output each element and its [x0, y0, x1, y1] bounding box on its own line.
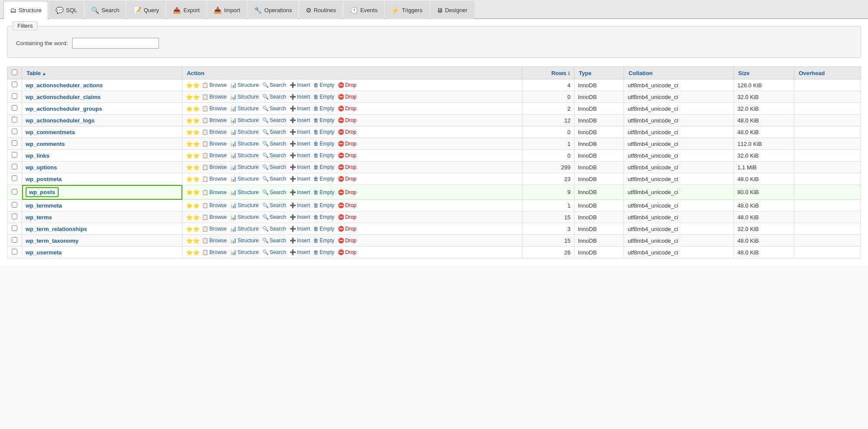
- row-browse-14[interactable]: Browse: [201, 249, 228, 256]
- row-star-1[interactable]: ⭐: [186, 94, 200, 100]
- tab-search[interactable]: 🔍Search: [85, 1, 126, 19]
- row-name-link-3[interactable]: wp_actionscheduler_logs: [26, 117, 95, 124]
- row-name-link-4[interactable]: wp_commentmeta: [26, 129, 75, 135]
- row-star-4[interactable]: ⭐: [186, 129, 200, 135]
- row-structure-6[interactable]: Structure: [229, 152, 260, 159]
- row-name-link-6[interactable]: wp_links: [26, 152, 50, 159]
- row-browse-9[interactable]: Browse: [201, 189, 228, 196]
- row-checkbox-2[interactable]: [12, 105, 17, 111]
- row-name-link-0[interactable]: wp_actionscheduler_actions: [26, 82, 103, 89]
- row-name-link-7[interactable]: wp_options: [26, 164, 57, 171]
- row-structure-10[interactable]: Structure: [229, 202, 260, 209]
- row-browse-12[interactable]: Browse: [201, 225, 228, 232]
- row-name-link-13[interactable]: wp_term_taxonomy: [26, 238, 79, 244]
- tab-import[interactable]: 📥Import: [207, 1, 247, 19]
- row-checkbox-7[interactable]: [12, 164, 17, 169]
- row-insert-7[interactable]: Insert: [288, 164, 311, 171]
- row-drop-3[interactable]: Drop: [337, 117, 358, 124]
- tab-operations[interactable]: 🔧Operations: [248, 1, 299, 19]
- row-empty-13[interactable]: Empty: [312, 237, 336, 244]
- row-browse-0[interactable]: Browse: [201, 82, 228, 89]
- row-empty-9[interactable]: Empty: [312, 189, 336, 196]
- row-search-2[interactable]: Search: [261, 105, 287, 112]
- row-drop-12[interactable]: Drop: [337, 225, 358, 232]
- row-insert-4[interactable]: Insert: [288, 129, 311, 135]
- row-insert-10[interactable]: Insert: [288, 202, 311, 209]
- row-insert-5[interactable]: Insert: [288, 140, 311, 147]
- row-empty-11[interactable]: Empty: [312, 214, 336, 221]
- row-browse-7[interactable]: Browse: [201, 164, 228, 171]
- row-drop-11[interactable]: Drop: [337, 214, 358, 221]
- row-checkbox-4[interactable]: [12, 129, 17, 134]
- row-checkbox-12[interactable]: [12, 225, 17, 231]
- row-star-0[interactable]: ⭐: [186, 82, 200, 89]
- row-drop-13[interactable]: Drop: [337, 237, 358, 244]
- row-search-3[interactable]: Search: [261, 117, 287, 124]
- row-drop-14[interactable]: Drop: [337, 249, 358, 256]
- row-search-13[interactable]: Search: [261, 237, 287, 244]
- row-empty-3[interactable]: Empty: [312, 117, 336, 124]
- row-search-5[interactable]: Search: [261, 140, 287, 147]
- row-insert-12[interactable]: Insert: [288, 225, 311, 232]
- row-search-10[interactable]: Search: [261, 202, 287, 209]
- row-browse-8[interactable]: Browse: [201, 175, 228, 182]
- row-empty-4[interactable]: Empty: [312, 129, 336, 135]
- row-search-0[interactable]: Search: [261, 82, 287, 89]
- row-star-12[interactable]: ⭐: [186, 226, 200, 232]
- row-name-link-9[interactable]: wp_posts: [26, 187, 59, 197]
- row-structure-4[interactable]: Structure: [229, 129, 260, 135]
- row-structure-2[interactable]: Structure: [229, 105, 260, 112]
- row-checkbox-14[interactable]: [12, 249, 17, 254]
- select-all-checkbox[interactable]: [12, 69, 17, 75]
- containing-input[interactable]: [72, 38, 159, 49]
- row-checkbox-11[interactable]: [12, 214, 17, 219]
- tab-routines[interactable]: ⚙Routines: [299, 1, 342, 19]
- row-empty-10[interactable]: Empty: [312, 202, 336, 209]
- row-insert-8[interactable]: Insert: [288, 175, 311, 182]
- row-structure-12[interactable]: Structure: [229, 225, 260, 232]
- row-browse-5[interactable]: Browse: [201, 140, 228, 147]
- row-star-13[interactable]: ⭐: [186, 238, 200, 244]
- row-drop-0[interactable]: Drop: [337, 82, 358, 89]
- row-insert-14[interactable]: Insert: [288, 249, 311, 256]
- row-star-5[interactable]: ⭐: [186, 141, 200, 147]
- row-name-link-5[interactable]: wp_comments: [26, 141, 65, 147]
- row-star-9[interactable]: ⭐: [186, 189, 200, 195]
- tab-structure[interactable]: 🗂Structure: [3, 1, 48, 19]
- tab-query[interactable]: 📝Query: [127, 1, 165, 19]
- row-checkbox-5[interactable]: [12, 140, 17, 146]
- row-browse-1[interactable]: Browse: [201, 93, 228, 100]
- row-name-link-12[interactable]: wp_term_relationships: [26, 226, 87, 232]
- row-empty-0[interactable]: Empty: [312, 82, 336, 89]
- row-empty-8[interactable]: Empty: [312, 175, 336, 182]
- row-drop-6[interactable]: Drop: [337, 152, 358, 159]
- row-search-14[interactable]: Search: [261, 249, 287, 256]
- row-star-8[interactable]: ⭐: [186, 176, 200, 182]
- row-name-link-1[interactable]: wp_actionscheduler_claims: [26, 94, 101, 100]
- row-star-10[interactable]: ⭐: [186, 202, 200, 209]
- row-empty-6[interactable]: Empty: [312, 152, 336, 159]
- row-browse-2[interactable]: Browse: [201, 105, 228, 112]
- row-drop-1[interactable]: Drop: [337, 93, 358, 100]
- row-name-link-2[interactable]: wp_actionscheduler_groups: [26, 106, 102, 112]
- row-star-11[interactable]: ⭐: [186, 214, 200, 221]
- row-insert-1[interactable]: Insert: [288, 93, 311, 100]
- row-checkbox-8[interactable]: [12, 175, 17, 181]
- row-search-6[interactable]: Search: [261, 152, 287, 159]
- tab-events[interactable]: 🕐Events: [343, 1, 384, 19]
- row-star-6[interactable]: ⭐: [186, 152, 200, 159]
- row-star-7[interactable]: ⭐: [186, 164, 200, 171]
- row-structure-5[interactable]: Structure: [229, 140, 260, 147]
- row-structure-1[interactable]: Structure: [229, 93, 260, 100]
- row-search-4[interactable]: Search: [261, 129, 287, 135]
- row-star-14[interactable]: ⭐: [186, 249, 200, 256]
- row-checkbox-9[interactable]: [12, 189, 17, 195]
- row-insert-2[interactable]: Insert: [288, 105, 311, 112]
- row-name-link-11[interactable]: wp_terms: [26, 214, 52, 221]
- row-empty-1[interactable]: Empty: [312, 93, 336, 100]
- row-structure-8[interactable]: Structure: [229, 175, 260, 182]
- tab-designer[interactable]: 🖥Designer: [430, 1, 474, 19]
- row-browse-6[interactable]: Browse: [201, 152, 228, 159]
- row-drop-8[interactable]: Drop: [337, 175, 358, 182]
- row-search-9[interactable]: Search: [261, 189, 287, 196]
